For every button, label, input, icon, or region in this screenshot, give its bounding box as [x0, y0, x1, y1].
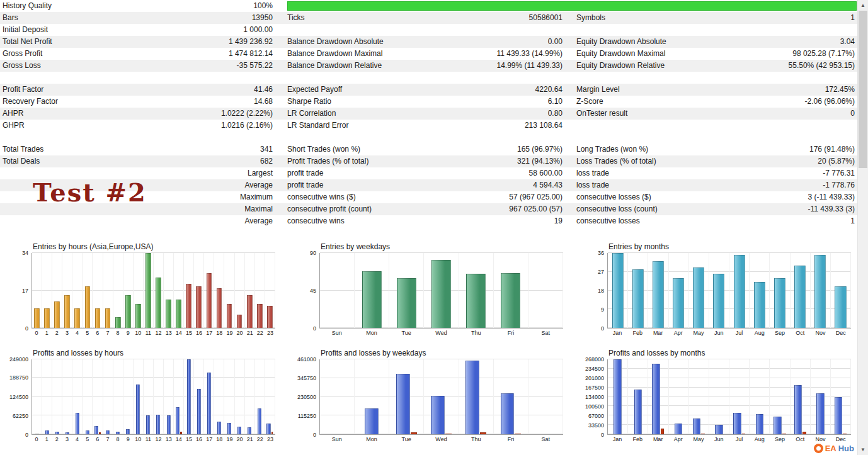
stats-cell: Loss Trades (% of total)20 (5.87%) [565, 155, 857, 167]
bar [237, 315, 243, 328]
eahub-logo-icon [814, 444, 823, 453]
stats-cell [565, 24, 857, 36]
x-tick-label: Jul [729, 330, 750, 339]
stat-value: 50586001 [529, 12, 562, 24]
x-tick-label: Sun [319, 330, 354, 339]
stat-value: 100% [253, 0, 273, 12]
chart-title: Entries by months [607, 242, 851, 253]
chart-category-cell [791, 359, 811, 434]
x-tick-label: Feb [627, 436, 648, 445]
chart-category-cell [811, 253, 831, 328]
x-tick-label: Sat [528, 436, 563, 445]
chart-x-axis: SunMonTueWedThuFriSat [319, 329, 563, 339]
chart-category-cell [42, 253, 52, 328]
stat-label: Margin Level [576, 84, 620, 96]
scroll-up-button[interactable]: ▲ [858, 0, 868, 11]
stat-label: consecutive losses ($) [576, 191, 651, 203]
stats-cell: Recovery Factor14.68 [0, 96, 278, 108]
chart-bars [320, 359, 563, 434]
x-tick-label: Aug [750, 436, 770, 445]
profit-bar [106, 430, 110, 434]
x-tick-label: 15 [184, 436, 194, 445]
stats-cell: loss trade-1 778.76 [565, 179, 857, 191]
x-tick-label: Thu [459, 330, 493, 339]
x-tick-label: 9 [123, 330, 133, 339]
y-tick-label: 0 [313, 325, 316, 332]
y-tick-label: 18 [598, 288, 604, 294]
stat-value: 58 600.00 [529, 167, 562, 179]
stat-value: -2.06 (96.06%) [805, 96, 855, 108]
y-tick-label: 36 [598, 250, 604, 256]
chart-category-cell [52, 253, 62, 328]
chart-category-cell [214, 359, 224, 434]
stat-value: Largest [248, 167, 273, 179]
stats-cell: loss trade-7 776.31 [565, 167, 857, 179]
history-quality-progress [278, 0, 857, 12]
stat-value: 341 [260, 143, 273, 155]
chart-category-cell [164, 253, 174, 328]
eahub-logo: EAHub [814, 444, 854, 453]
x-tick-label: 23 [265, 436, 275, 445]
y-tick-label: 0 [313, 432, 316, 438]
stat-label: OnTester result [576, 108, 627, 120]
chart-title: Profits and losses by hours [31, 349, 275, 359]
stats-cell: Ticks50586001 [278, 12, 565, 24]
stat-value: 13950 [252, 12, 273, 24]
loss-bar [701, 434, 705, 434]
stat-label: profit trade [287, 179, 323, 191]
stats-cell [565, 132, 857, 143]
x-tick-label: 5 [83, 436, 93, 445]
stat-label: History Quality [3, 0, 52, 12]
stat-label: Gross Loss [3, 60, 41, 72]
scrollbar-thumb[interactable] [859, 11, 867, 168]
stats-cell: OnTester result0 [565, 108, 857, 120]
x-tick-label: Nov [811, 330, 831, 339]
chart-category-cell [32, 359, 42, 434]
chart-title: Profits and losses by weekdays [319, 349, 563, 359]
bar [653, 261, 664, 328]
x-tick-label: 21 [245, 436, 255, 445]
chart-category-cell [355, 359, 389, 434]
chart-plot-area [607, 359, 851, 435]
x-tick-label: 1 [42, 330, 52, 339]
stats-row: Total Trades341Short Trades (won %)165 (… [0, 143, 857, 155]
bar [267, 306, 273, 328]
bar [166, 300, 171, 329]
scroll-down-button[interactable]: ▼ [858, 444, 868, 455]
x-tick-label: Fri [493, 330, 528, 339]
x-tick-label: 17 [204, 436, 214, 445]
loss-bar [445, 434, 452, 434]
profit-bar [614, 359, 621, 434]
stats-row: Total Net Profit1 439 236.92Balance Draw… [0, 36, 857, 48]
eahub-logo-text-hub: Hub [838, 444, 854, 453]
x-tick-label: 10 [133, 436, 143, 445]
stat-label: profit trade [287, 167, 323, 179]
stat-value: -35 575.22 [237, 60, 273, 72]
bar [693, 267, 704, 328]
y-tick-label: 27 [598, 269, 604, 275]
loss-bar [180, 432, 182, 434]
chart-category-cell [265, 359, 275, 434]
watermark: Test #2 [33, 177, 147, 207]
chart-bars [608, 359, 851, 434]
chart-category-cell [245, 253, 255, 328]
stat-label: Balance Drawdown Relative [287, 60, 382, 72]
x-tick-label: Jun [709, 436, 729, 445]
stats-row [0, 132, 857, 143]
x-tick-label: 19 [224, 330, 234, 339]
stats-cell: Total Trades341 [0, 143, 278, 155]
vertical-scrollbar[interactable]: ▲ ▼ [857, 0, 868, 455]
profit-bar [167, 415, 171, 434]
x-tick-label: 18 [214, 330, 224, 339]
profit-bar [94, 426, 98, 434]
stat-label: Initial Deposit [3, 24, 48, 36]
x-tick-label: Jan [607, 436, 627, 445]
profit-bar [634, 390, 642, 434]
stat-value: 0 [850, 108, 855, 120]
chart-category-cell [245, 359, 255, 434]
bar [794, 266, 806, 328]
bar [135, 304, 141, 328]
y-tick-label: 0 [601, 432, 604, 438]
x-tick-label: 14 [174, 330, 184, 339]
loss-bar [661, 429, 665, 434]
